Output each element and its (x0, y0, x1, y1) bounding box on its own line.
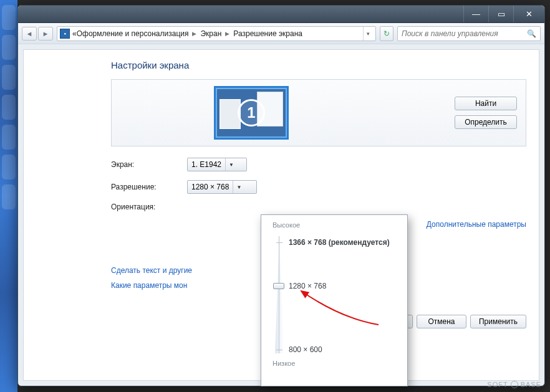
orientation-label: Ориентация: (111, 203, 187, 211)
close-button[interactable]: ✕ (513, 6, 544, 22)
breadcrumb-item[interactable]: Разрешение экрана (233, 29, 302, 38)
nav-back-button[interactable]: ◄ (22, 27, 37, 41)
search-icon[interactable]: 🔍 (527, 29, 536, 38)
advanced-settings-link[interactable]: Дополнительные параметры (427, 220, 526, 229)
slider-low-label: Низкое (273, 360, 398, 367)
slider-option-recommended[interactable]: 1366 × 768 (рекомендуется) (289, 238, 390, 247)
desktop-left-strip (0, 0, 17, 392)
address-dropdown-button[interactable]: ▾ (363, 27, 373, 41)
chevron-down-icon: ▼ (233, 181, 241, 193)
refresh-button[interactable]: ↻ (380, 26, 393, 41)
page-title: Настройки экрана (111, 60, 526, 70)
search-input[interactable] (402, 29, 527, 38)
address-bar[interactable]: ▪ « Оформление и персонализация ▶ Экран … (57, 26, 376, 41)
search-box[interactable]: 🔍 (397, 26, 541, 41)
monitor-preview-panel: 1 Найти Определить (111, 79, 526, 146)
minimize-button[interactable]: — (463, 6, 488, 22)
apply-button[interactable]: Применить (470, 315, 526, 328)
maximize-button[interactable]: ▭ (488, 6, 513, 22)
resolution-dropdown-panel[interactable]: Высокое 1366 × 768 (рекомендуется) 1280 … (261, 214, 408, 386)
navigation-bar: ◄ ► ▪ « Оформление и персонализация ▶ Эк… (18, 23, 544, 44)
resolution-label: Разрешение: (111, 183, 187, 191)
annotation-arrow-icon (297, 287, 385, 331)
slider-thumb[interactable] (273, 283, 284, 289)
cancel-button[interactable]: Отмена (417, 315, 466, 328)
monitor-thumbnail[interactable]: 1 (214, 86, 289, 140)
detect-button[interactable]: Определить (455, 115, 517, 129)
breadcrumb-prefix: « (72, 29, 77, 38)
find-button[interactable]: Найти (455, 97, 517, 110)
resolution-slider[interactable]: 1366 × 768 (рекомендуется) 1280 × 768 80… (273, 232, 398, 357)
watermark: SOFTBASE (487, 381, 541, 388)
screen-label: Экран: (111, 160, 187, 169)
nav-forward-button[interactable]: ► (38, 27, 53, 41)
breadcrumb-item[interactable]: Экран (200, 29, 221, 38)
titlebar[interactable]: — ▭ ✕ (18, 6, 544, 23)
monitor-number-badge: 1 (238, 99, 265, 127)
slider-option-mid[interactable]: 1280 × 768 (289, 282, 326, 290)
control-panel-icon: ▪ (60, 29, 70, 39)
resolution-combo[interactable]: 1280 × 768 ▼ (187, 180, 257, 194)
screen-combo[interactable]: 1. E1942 ▼ (187, 158, 247, 171)
slider-high-label: Высокое (273, 221, 398, 229)
resolution-combo-value: 1280 × 768 (191, 183, 229, 191)
chevron-down-icon: ▼ (225, 158, 234, 171)
slider-option-low[interactable]: 800 × 600 (289, 345, 322, 354)
text-size-link[interactable]: Сделать текст и другие (111, 266, 192, 275)
chevron-right-icon: ▶ (225, 31, 229, 37)
chevron-right-icon: ▶ (192, 31, 196, 37)
monitor-params-link[interactable]: Какие параметры мон (111, 281, 187, 290)
breadcrumb-item[interactable]: Оформление и персонализация (77, 29, 189, 38)
screen-combo-value: 1. E1942 (191, 160, 221, 169)
